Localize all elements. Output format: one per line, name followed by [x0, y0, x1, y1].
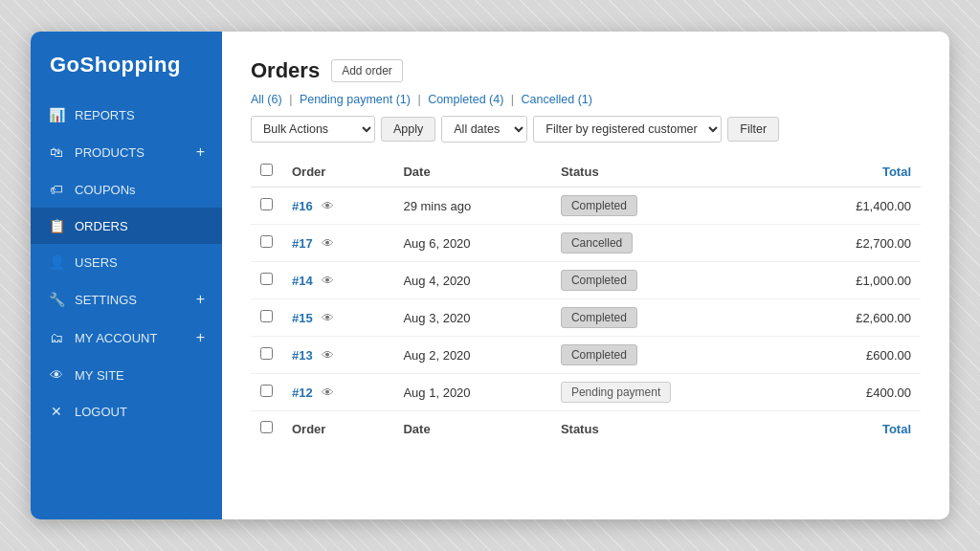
order-link[interactable]: #15 — [292, 311, 313, 325]
sidebar-item-orders[interactable]: 📋 ORDERS — [31, 208, 222, 244]
sidebar-item-my-site[interactable]: 👁 MY SITE — [31, 357, 222, 393]
row-checkbox-cell — [251, 337, 282, 374]
sidebar-item-label: MY SITE — [75, 368, 124, 383]
sidebar-item-logout[interactable]: ✕ LOGOUT — [31, 393, 222, 430]
my-site-icon: 👁 — [48, 367, 65, 383]
sidebar-item-products[interactable]: 🛍 PRODUCTS + — [31, 133, 222, 171]
table-row: #13 👁 Aug 2, 2020 Completed £600.00 — [251, 337, 921, 374]
view-icon: 👁 — [322, 348, 334, 363]
table-footer-row: Order Date Status Total — [251, 411, 921, 445]
row-status-cell: Cancelled — [551, 225, 786, 262]
row-order-cell: #13 👁 — [282, 337, 393, 374]
row-checkbox-cell — [251, 187, 282, 225]
row-checkbox-cell — [251, 262, 282, 299]
row-checkbox-cell — [251, 374, 282, 411]
status-badge: Cancelled — [561, 232, 633, 253]
row-status-cell: Pending payment — [551, 374, 786, 411]
page-header: Orders Add order — [251, 58, 921, 83]
orders-table: Order Date Status Total — [251, 156, 921, 444]
sidebar-item-coupons[interactable]: 🏷 COUPONs — [31, 171, 222, 208]
table-row: #17 👁 Aug 6, 2020 Cancelled £2,700.00 — [251, 225, 921, 262]
row-date-cell: Aug 6, 2020 — [393, 225, 550, 262]
row-order-cell: #12 👁 — [282, 374, 393, 411]
row-checkbox-cell — [251, 225, 282, 262]
order-link[interactable]: #17 — [292, 236, 313, 251]
row-total-cell: £1,400.00 — [786, 187, 921, 225]
status-badge: Completed — [561, 344, 637, 365]
sidebar-item-users[interactable]: 👤 USERS — [31, 244, 222, 280]
add-order-button[interactable]: Add order — [331, 59, 403, 82]
filter-links: All (6) | Pending payment (1) | Complete… — [251, 93, 921, 106]
row-total-cell: £2,600.00 — [786, 299, 921, 337]
table-row: #15 👁 Aug 3, 2020 Completed £2,600.00 — [251, 299, 921, 337]
footer-col-total: Total — [786, 411, 921, 445]
status-badge: Completed — [561, 195, 637, 216]
all-dates-select[interactable]: All dates — [441, 116, 527, 143]
view-icon: 👁 — [322, 199, 334, 213]
reports-icon: 📊 — [48, 107, 65, 122]
order-link[interactable]: #14 — [292, 274, 313, 288]
row-status-cell: Completed — [551, 299, 786, 337]
row-order-cell: #16 👁 — [282, 187, 393, 225]
footer-checkbox-col — [251, 411, 282, 445]
footer-select-all-checkbox[interactable] — [260, 421, 273, 433]
footer-col-date: Date — [393, 411, 550, 445]
row-checkbox[interactable] — [260, 273, 273, 285]
table-row: #16 👁 29 mins ago Completed £1,400.00 — [251, 187, 921, 225]
filter-completed[interactable]: Completed (4) — [428, 93, 503, 106]
view-icon: 👁 — [322, 311, 334, 325]
app-logo: GoShopping — [31, 32, 222, 97]
plus-icon: + — [196, 291, 205, 308]
app-container: GoShopping 📊 REPORTS 🛍 PRODUCTS + 🏷 COUP… — [31, 32, 949, 519]
row-total-cell: £1,000.00 — [786, 262, 921, 299]
filter-all[interactable]: All (6) — [251, 93, 282, 106]
order-link[interactable]: #13 — [292, 348, 313, 363]
row-order-cell: #14 👁 — [282, 262, 393, 299]
sidebar-item-label: SETTINGS — [75, 293, 137, 307]
plus-icon: + — [196, 143, 205, 161]
row-checkbox[interactable] — [260, 385, 273, 397]
filter-cancelled[interactable]: Cancelled (1) — [522, 93, 592, 106]
page-title: Orders — [251, 58, 320, 83]
orders-icon: 📋 — [48, 218, 65, 233]
sidebar-item-label: PRODUCTS — [75, 145, 145, 160]
sidebar-nav: 📊 REPORTS 🛍 PRODUCTS + 🏷 COUPONs 📋 ORDER… — [31, 97, 222, 519]
coupons-icon: 🏷 — [48, 182, 65, 197]
sidebar: GoShopping 📊 REPORTS 🛍 PRODUCTS + 🏷 COUP… — [31, 32, 222, 519]
apply-button[interactable]: Apply — [381, 117, 435, 142]
table-row: #14 👁 Aug 4, 2020 Completed £1,000.00 — [251, 262, 921, 299]
sidebar-item-reports[interactable]: 📊 REPORTS — [31, 97, 222, 133]
select-all-checkbox[interactable] — [260, 164, 273, 176]
row-checkbox[interactable] — [260, 347, 273, 360]
row-checkbox[interactable] — [260, 198, 273, 210]
order-link[interactable]: #16 — [292, 199, 313, 213]
logout-icon: ✕ — [48, 404, 65, 419]
customer-filter-select[interactable]: Filter by registered customer — [533, 116, 722, 143]
col-header-order: Order — [282, 156, 393, 187]
sidebar-item-settings[interactable]: 🔧 SETTINGS + — [31, 280, 222, 319]
bulk-actions-select[interactable]: Bulk Actions — [251, 116, 375, 143]
filter-button[interactable]: Filter — [727, 117, 779, 142]
row-date-cell: Aug 2, 2020 — [393, 337, 550, 374]
row-checkbox[interactable] — [260, 235, 273, 248]
row-checkbox-cell — [251, 299, 282, 337]
order-link[interactable]: #12 — [292, 386, 313, 400]
separator: | — [417, 93, 420, 106]
sidebar-item-label: ORDERS — [75, 219, 128, 233]
footer-col-status: Status — [551, 411, 786, 445]
row-status-cell: Completed — [551, 187, 786, 225]
sidebar-item-my-account[interactable]: 🗂 MY ACCOUNT + — [31, 319, 222, 357]
row-date-cell: Aug 1, 2020 — [393, 374, 550, 411]
sidebar-item-label: COUPONs — [75, 183, 136, 197]
row-status-cell: Completed — [551, 262, 786, 299]
filter-pending[interactable]: Pending payment (1) — [300, 93, 411, 106]
select-all-checkbox-col — [251, 156, 282, 187]
status-badge: Pending payment — [561, 382, 671, 403]
row-order-cell: #17 👁 — [282, 225, 393, 262]
separator: | — [511, 93, 514, 106]
row-status-cell: Completed — [551, 337, 786, 374]
products-icon: 🛍 — [48, 144, 65, 160]
view-icon: 👁 — [322, 274, 334, 288]
plus-icon: + — [196, 329, 205, 346]
row-checkbox[interactable] — [260, 310, 273, 322]
